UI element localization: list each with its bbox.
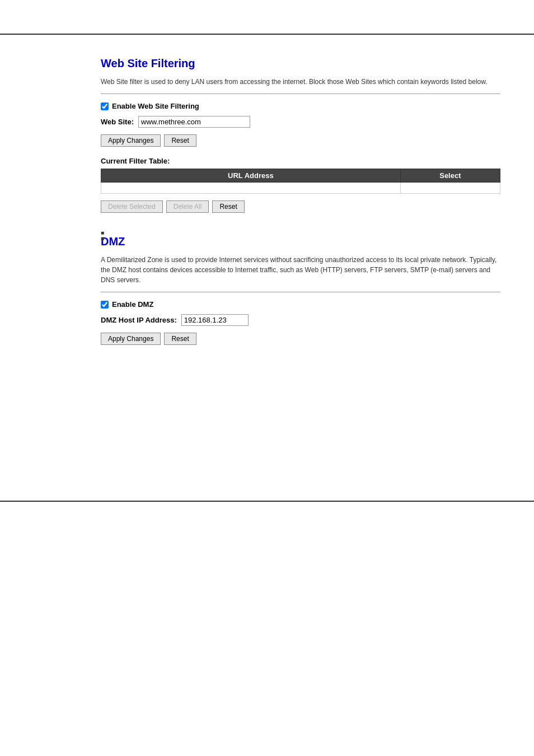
current-filter-table-label: Current Filter Table: bbox=[101, 157, 500, 165]
dmz-section: DMZ A Demilitarized Zone is used to prov… bbox=[101, 235, 500, 345]
web-site-label: Web Site: bbox=[101, 118, 134, 126]
dmz-ip-input[interactable] bbox=[181, 314, 249, 326]
enable-web-filtering-checkbox[interactable] bbox=[101, 102, 109, 110]
enable-dmz-checkbox[interactable] bbox=[101, 301, 109, 309]
dmz-buttons: Apply Changes Reset bbox=[101, 333, 500, 345]
filter-table-body bbox=[101, 183, 500, 194]
delete-selected-button[interactable]: Delete Selected bbox=[101, 200, 163, 213]
enable-dmz-label: Enable DMZ bbox=[112, 300, 153, 309]
web-filtering-title: Web Site Filtering bbox=[101, 57, 500, 70]
delete-all-button[interactable]: Delete All bbox=[166, 200, 209, 213]
filter-table: URL Address Select bbox=[101, 169, 500, 194]
web-site-row: Web Site: bbox=[101, 116, 500, 128]
filter-table-select-header: Select bbox=[400, 169, 500, 183]
web-filtering-divider bbox=[101, 94, 500, 94]
filter-table-empty-row bbox=[101, 183, 500, 194]
dmz-title: DMZ bbox=[101, 235, 500, 248]
filter-table-header-row: URL Address Select bbox=[101, 169, 500, 183]
dmz-divider bbox=[101, 292, 500, 292]
web-filtering-apply-button[interactable]: Apply Changes bbox=[101, 134, 161, 147]
filter-table-url-header: URL Address bbox=[101, 169, 401, 183]
dmz-description: A Demilitarized Zone is used to provide … bbox=[101, 255, 500, 285]
web-filtering-reset-button[interactable]: Reset bbox=[164, 134, 196, 147]
filter-table-buttons: Delete Selected Delete All Reset bbox=[101, 200, 500, 213]
web-filtering-description: Web Site filter is used to deny LAN user… bbox=[101, 77, 500, 87]
enable-dmz-row: Enable DMZ bbox=[101, 300, 500, 309]
web-filtering-buttons: Apply Changes Reset bbox=[101, 134, 500, 147]
dmz-apply-button[interactable]: Apply Changes bbox=[101, 333, 161, 345]
dmz-ip-label: DMZ Host IP Address: bbox=[101, 316, 177, 324]
dmz-reset-button[interactable]: Reset bbox=[164, 333, 196, 345]
bottom-spacer bbox=[0, 366, 534, 478]
enable-web-filtering-label: Enable Web Site Filtering bbox=[112, 102, 199, 110]
filter-table-reset-button[interactable]: Reset bbox=[212, 200, 244, 213]
bottom-border bbox=[0, 501, 534, 502]
enable-web-filtering-row: Enable Web Site Filtering bbox=[101, 102, 500, 110]
web-site-input[interactable] bbox=[138, 116, 250, 128]
dmz-ip-row: DMZ Host IP Address: bbox=[101, 314, 500, 326]
